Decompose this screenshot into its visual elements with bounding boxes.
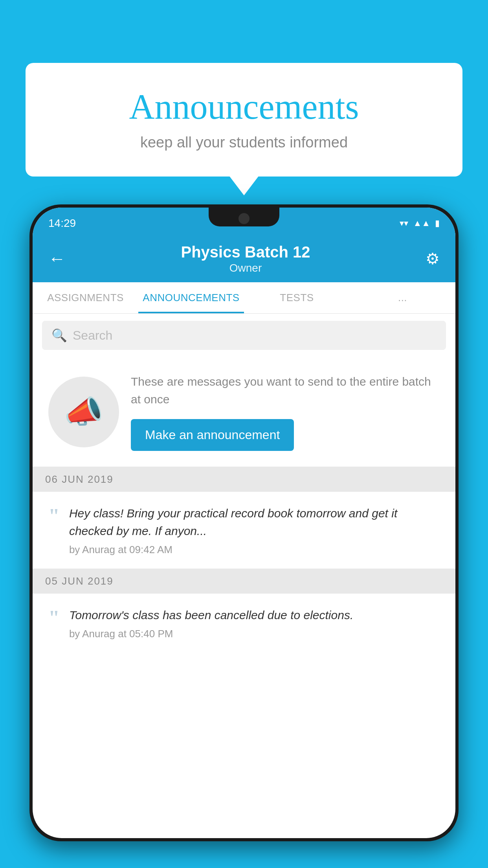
speech-bubble-container: Announcements keep all your students inf… xyxy=(26,63,462,177)
batch-title: Physics Batch 12 xyxy=(181,243,310,261)
tab-tests[interactable]: TESTS xyxy=(244,282,350,313)
batch-subtitle: Owner xyxy=(181,262,310,274)
back-button[interactable]: ← xyxy=(48,249,66,268)
quote-icon-2: " xyxy=(48,608,60,628)
search-bar[interactable]: 🔍 Search xyxy=(42,321,446,350)
announcement-item-2[interactable]: " Tomorrow's class has been cancelled du… xyxy=(33,594,455,653)
tab-more[interactable]: ... xyxy=(350,282,455,313)
announcement-item-1[interactable]: " Hey class! Bring your practical record… xyxy=(33,492,455,569)
signal-icon: ▲▲ xyxy=(413,218,430,228)
content-area: 🔍 Search 📣 These are messages you want t… xyxy=(33,314,455,653)
speech-bubble-title: Announcements xyxy=(57,86,431,127)
search-icon: 🔍 xyxy=(51,328,67,343)
header-title-block: Physics Batch 12 Owner xyxy=(181,243,310,274)
speech-bubble-subtitle: keep all your students informed xyxy=(57,134,431,151)
tab-announcements[interactable]: ANNOUNCEMENTS xyxy=(138,282,244,313)
tabs-bar: ASSIGNMENTS ANNOUNCEMENTS TESTS ... xyxy=(33,282,455,314)
promo-description: These are messages you want to send to t… xyxy=(131,373,440,408)
phone-inner: 14:29 ▾▾ ▲▲ ▮ ← Physics Batch 12 Owner ⚙ xyxy=(33,208,455,838)
phone-outer: 14:29 ▾▾ ▲▲ ▮ ← Physics Batch 12 Owner ⚙ xyxy=(29,204,459,841)
settings-button[interactable]: ⚙ xyxy=(426,250,440,268)
status-time: 14:29 xyxy=(48,217,76,230)
phone-wrapper: 14:29 ▾▾ ▲▲ ▮ ← Physics Batch 12 Owner ⚙ xyxy=(29,204,459,841)
date-separator-1: 06 JUN 2019 xyxy=(33,467,455,492)
speech-bubble: Announcements keep all your students inf… xyxy=(26,63,462,177)
announcement-text-2: Tomorrow's class has been cancelled due … xyxy=(69,606,440,624)
promo-card: 📣 These are messages you want to send to… xyxy=(33,357,455,467)
announcement-content-2: Tomorrow's class has been cancelled due … xyxy=(69,606,440,640)
wifi-icon: ▾▾ xyxy=(400,218,408,228)
promo-content: These are messages you want to send to t… xyxy=(131,373,440,451)
announcement-text-1: Hey class! Bring your practical record b… xyxy=(69,504,440,540)
promo-icon-circle: 📣 xyxy=(48,377,119,447)
megaphone-icon: 📣 xyxy=(64,394,103,430)
phone-notch xyxy=(209,208,279,226)
announcement-author-2: by Anurag at 05:40 PM xyxy=(69,628,440,640)
tab-assignments[interactable]: ASSIGNMENTS xyxy=(33,282,138,313)
make-announcement-button[interactable]: Make an announcement xyxy=(131,419,294,451)
app-header: ← Physics Batch 12 Owner ⚙ xyxy=(33,235,455,282)
quote-icon-1: " xyxy=(48,506,60,526)
status-icons: ▾▾ ▲▲ ▮ xyxy=(400,218,440,228)
date-separator-2: 05 JUN 2019 xyxy=(33,569,455,594)
search-bar-wrapper: 🔍 Search xyxy=(33,314,455,357)
announcement-author-1: by Anurag at 09:42 AM xyxy=(69,544,440,556)
phone-camera xyxy=(238,213,250,224)
battery-icon: ▮ xyxy=(435,218,440,228)
announcement-content-1: Hey class! Bring your practical record b… xyxy=(69,504,440,556)
search-placeholder: Search xyxy=(73,328,112,343)
